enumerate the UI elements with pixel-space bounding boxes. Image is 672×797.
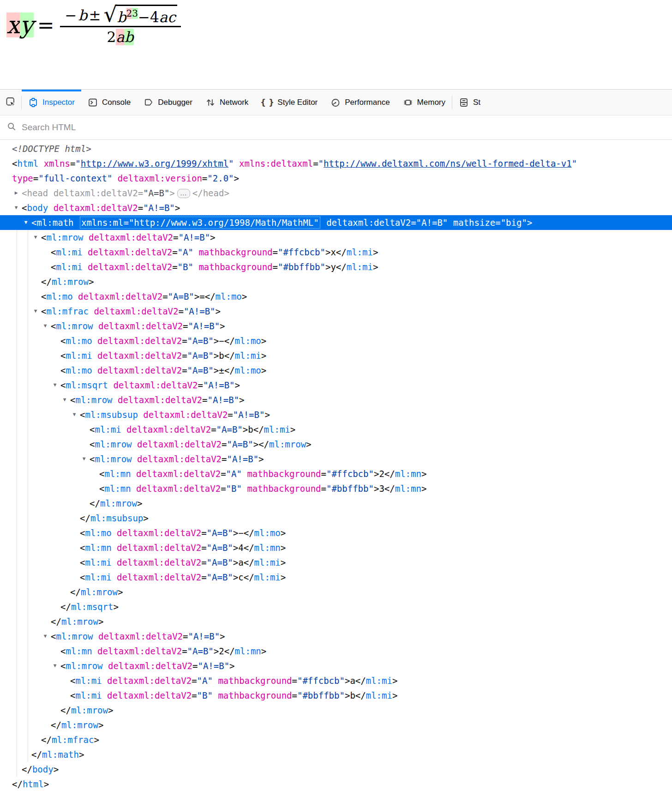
code-segment: > <box>243 424 248 435</box>
tab-console[interactable]: Console <box>81 90 137 115</box>
markup-line[interactable]: <ml:mn deltaxml:deltaV2="A=B">4</ml:mn> <box>0 540 672 555</box>
collapse-arrow-icon[interactable]: ▼ <box>31 230 40 245</box>
node-picker-icon[interactable] <box>0 90 21 115</box>
markup-line[interactable]: <ml:mi deltaxml:deltaV2="B" mathbackgrou… <box>0 260 672 274</box>
collapse-arrow-icon[interactable]: ▼ <box>60 392 69 407</box>
markup-view: <!DOCTYPE html><html xmlns="http://www.w… <box>0 140 672 791</box>
markup-line[interactable]: </ml:math> <box>0 747 672 762</box>
markup-line[interactable]: <ml:mo deltaxml:deltaV2="A=B">±</ml:mo> <box>0 363 672 378</box>
code-segment: < <box>12 158 17 169</box>
indent-guide <box>28 230 28 762</box>
markup-line[interactable]: <ml:mo deltaxml:deltaV2="A=B">−</ml:mo> <box>0 525 672 540</box>
markup-line[interactable]: <ml:mi deltaxml:deltaV2="A=B">a</ml:mi> <box>0 555 672 570</box>
markup-line[interactable]: </ml:mrow> <box>0 496 672 511</box>
markup-line[interactable]: <!DOCTYPE html> <box>0 141 672 156</box>
markup-line[interactable]: <ml:mo deltaxml:deltaV2="A=B">−</ml:mo> <box>0 333 672 348</box>
collapse-arrow-icon[interactable]: ▼ <box>70 407 78 422</box>
code-segment: < <box>51 247 56 257</box>
markup-line[interactable]: <ml:mi deltaxml:deltaV2="A=B">c</ml:mi> <box>0 570 672 585</box>
markup-line[interactable]: ▼<ml:mrow deltaxml:deltaV2="A!=B"> <box>0 452 672 466</box>
markup-line[interactable]: ▼<ml:mfrac deltaxml:deltaV2="A!=B"> <box>0 304 672 319</box>
markup-line[interactable]: ▼<ml:mrow deltaxml:deltaV2="A!=B"> <box>0 392 672 407</box>
collapse-arrow-icon[interactable]: ▼ <box>22 215 30 230</box>
code-segment <box>112 543 117 553</box>
markup-line[interactable]: ▼<body deltaxml:deltaV2="A!=B"> <box>0 200 672 215</box>
collapse-arrow-icon[interactable]: ▼ <box>31 304 40 319</box>
code-segment: < <box>99 469 104 479</box>
markup-line[interactable]: <ml:mi deltaxml:deltaV2="A" mathbackgrou… <box>0 245 672 260</box>
code-segment: = <box>192 676 197 686</box>
markup-line[interactable]: </ml:mrow> <box>0 614 672 629</box>
collapse-arrow-icon[interactable]: ▼ <box>80 452 88 466</box>
code-segment: > <box>239 395 244 405</box>
search-icon <box>7 122 16 133</box>
code-segment: deltaxml:deltaV2 <box>94 306 178 316</box>
tab-performance[interactable]: Performance <box>324 90 396 115</box>
collapse-arrow-icon[interactable]: ▼ <box>41 629 49 644</box>
markup-line[interactable]: <ml:mo deltaxml:deltaV2="A=B">=</ml:mo> <box>0 289 672 304</box>
denominator-a: a <box>116 29 124 45</box>
collapse-arrow-icon[interactable]: ▼ <box>51 378 59 392</box>
markup-line[interactable]: </ml:mfrac> <box>0 732 672 747</box>
tab-st[interactable]: St <box>452 90 487 115</box>
code-segment: ml:mrow <box>56 321 93 331</box>
code-segment: "A!=B" <box>227 454 258 464</box>
code-segment: > <box>281 528 286 538</box>
code-segment: "A=B" <box>207 528 233 538</box>
markup-line[interactable]: ▶<head deltaxml:deltaV2="A=B">…</head> <box>0 186 672 200</box>
search-input[interactable] <box>21 122 665 133</box>
expand-arrow-icon[interactable]: ▶ <box>12 186 20 200</box>
markup-line[interactable]: </body> <box>0 762 672 777</box>
code-segment: mathbackground <box>218 676 292 686</box>
collapse-arrow-icon[interactable]: ▼ <box>41 319 49 333</box>
tab-style-editor[interactable]: { }Style Editor <box>255 90 324 115</box>
code-segment: > <box>214 365 219 375</box>
markup-line[interactable]: </ml:msubsup> <box>0 511 672 525</box>
code-segment: < <box>90 439 95 449</box>
formula-numerator: −b± √b23−4ac <box>60 5 181 26</box>
collapse-arrow-icon[interactable]: ▼ <box>12 200 20 215</box>
markup-line[interactable]: ▼<ml:mrow deltaxml:deltaV2="A!=B"> <box>0 629 672 644</box>
tab-inspector[interactable]: Inspector <box>22 90 81 115</box>
tab-debugger[interactable]: Debugger <box>137 90 199 115</box>
code-segment: a <box>238 557 243 568</box>
markup-line[interactable]: <ml:mi deltaxml:deltaV2="B" mathbackgrou… <box>0 688 672 703</box>
markup-line-selected[interactable]: ▼<ml:math xmlns:ml="http://www.w3.org/19… <box>0 215 672 230</box>
markup-line[interactable]: </ml:mrow> <box>0 274 672 289</box>
markup-line[interactable]: </ml:mrow> <box>0 585 672 599</box>
code-segment: > <box>214 646 219 656</box>
markup-line[interactable]: ▼<ml:mrow deltaxml:deltaV2="A!=B"> <box>0 658 672 673</box>
markup-line[interactable]: ▼<ml:msubsup deltaxml:deltaV2="A!=B"> <box>0 407 672 422</box>
code-segment <box>112 173 117 183</box>
markup-line[interactable]: <ml:mi deltaxml:deltaV2="A" mathbackgrou… <box>0 673 672 688</box>
markup-line[interactable]: </ml:msqrt> <box>0 599 672 614</box>
markup-line[interactable]: </ml:mrow> <box>0 703 672 718</box>
code-segment: > <box>374 483 379 494</box>
markup-line[interactable]: <ml:mn deltaxml:deltaV2="A=B">2</ml:mn> <box>0 644 672 658</box>
markup-line[interactable]: <ml:mrow deltaxml:deltaV2="A=B"></ml:mro… <box>0 437 672 452</box>
collapse-arrow-icon[interactable]: ▼ <box>51 658 59 673</box>
code-segment: = <box>228 410 233 420</box>
markup-line[interactable]: <html xmlns="http://www.w3.org/1999/xhtm… <box>0 156 672 171</box>
tab-memory[interactable]: Memory <box>396 90 452 115</box>
code-segment: deltaxml:deltaV2 <box>137 454 222 464</box>
markup-line[interactable]: <ml:mn deltaxml:deltaV2="A" mathbackgrou… <box>0 466 672 481</box>
markup-line[interactable]: ▼<ml:mrow deltaxml:deltaV2="A!=B"> <box>0 319 672 333</box>
code-segment: " <box>318 158 324 169</box>
code-segment: "A=B" <box>207 557 233 568</box>
markup-line[interactable]: <ml:mi deltaxml:deltaV2="A=B">b</ml:mi> <box>0 422 672 437</box>
tab-network[interactable]: Network <box>199 90 255 115</box>
markup-line[interactable]: </ml:mrow> <box>0 718 672 732</box>
code-segment: ml:mo <box>254 528 281 538</box>
code-segment: "A!=B" <box>178 232 210 242</box>
code-segment: > <box>94 735 99 745</box>
markup-line[interactable]: <ml:mi deltaxml:deltaV2="A=B">b</ml:mi> <box>0 348 672 363</box>
markup-line[interactable]: ▼<ml:msqrt deltaxml:deltaV2="A!=B"> <box>0 378 672 392</box>
code-segment: < <box>41 306 46 316</box>
markup-line[interactable]: <ml:mn deltaxml:deltaV2="B" mathbackgrou… <box>0 481 672 496</box>
markup-line[interactable]: </html> <box>0 777 672 791</box>
markup-line[interactable]: type="full-context" deltaxml:version="2.… <box>0 171 672 186</box>
square-root: √b23−4ac <box>103 5 177 25</box>
ellipsis-badge[interactable]: … <box>177 189 190 198</box>
markup-line[interactable]: ▼<ml:mrow deltaxml:deltaV2="A!=B"> <box>0 230 672 245</box>
